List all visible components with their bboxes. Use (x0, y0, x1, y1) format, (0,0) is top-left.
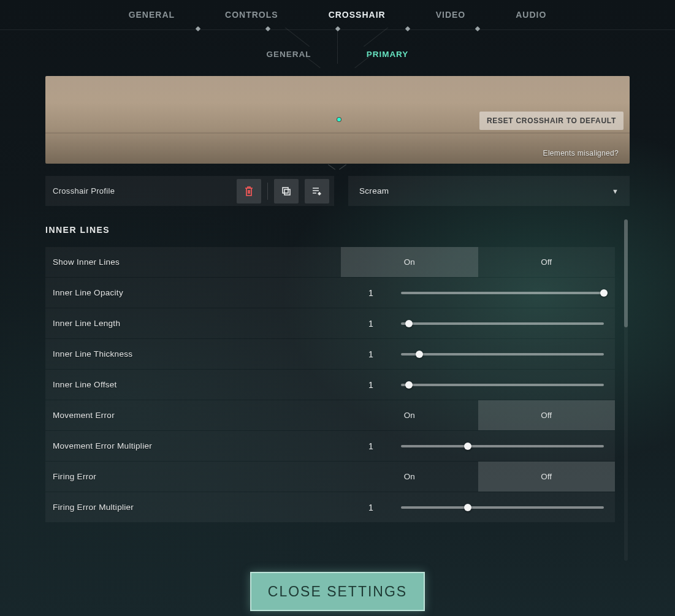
tab-video[interactable]: VIDEO (436, 10, 466, 20)
chevron-down-icon: ▼ (612, 188, 619, 195)
reset-crosshair-button[interactable]: RESET CROSSHAIR TO DEFAULT (479, 112, 624, 130)
toggle-control: OnOff (341, 462, 615, 492)
slider-thumb[interactable] (600, 289, 608, 297)
slider-track[interactable] (401, 506, 604, 509)
trash-icon (244, 186, 254, 197)
slider-value: 1 (341, 288, 401, 298)
setting-row: Firing Error Multiplier1 (45, 492, 615, 522)
slider-value: 1 (341, 503, 401, 512)
settings-list: INNER LINES Show Inner LinesOnOffInner L… (45, 218, 630, 561)
slider-value: 1 (341, 380, 401, 390)
slider-track[interactable] (401, 322, 604, 325)
setting-row: Show Inner LinesOnOff (45, 247, 615, 277)
profile-label: Crosshair Profile (53, 186, 115, 196)
setting-label: Movement Error Multiplier (45, 441, 341, 451)
toggle-off[interactable]: Off (478, 247, 616, 277)
setting-label: Show Inner Lines (45, 257, 341, 267)
setting-row: Movement ErrorOnOff (45, 400, 615, 430)
scrollbar-thumb[interactable] (624, 219, 628, 327)
toggle-off[interactable]: Off (478, 462, 616, 492)
scrollbar[interactable] (624, 219, 628, 561)
toggle-on[interactable]: On (341, 400, 478, 430)
tab-general[interactable]: GENERAL (129, 10, 175, 20)
slider-value: 1 (341, 319, 401, 329)
sub-nav: GENERAL PRIMARY (0, 44, 675, 64)
toggle-control: OnOff (341, 400, 615, 430)
setting-row: Inner Line Thickness1 (45, 339, 615, 369)
toggle-on[interactable]: On (341, 247, 478, 277)
profile-panel: Crosshair Profile (45, 176, 334, 206)
setting-label: Inner Line Opacity (45, 288, 341, 297)
setting-label: Firing Error Multiplier (45, 503, 341, 512)
tab-crosshair[interactable]: CROSSHAIR (329, 10, 386, 20)
profile-dropdown[interactable]: Scream ▼ (348, 176, 630, 206)
delete-profile-button[interactable] (237, 179, 261, 203)
setting-row: Inner Line Offset1 (45, 370, 615, 400)
section-title: INNER LINES (45, 225, 630, 235)
duplicate-icon (281, 186, 292, 197)
slider-control: 1 (341, 370, 615, 400)
slider-thumb[interactable] (405, 381, 413, 389)
close-settings-button[interactable]: CLOSE SETTINGS (250, 572, 425, 611)
setting-row: Inner Line Opacity1 (45, 278, 615, 308)
slider-value: 1 (341, 441, 401, 451)
slider-track[interactable] (401, 353, 604, 356)
profile-selected: Scream (359, 186, 389, 196)
setting-label: Movement Error (45, 411, 341, 420)
misaligned-link[interactable]: Elements misaligned? (543, 149, 619, 158)
subtab-general[interactable]: GENERAL (267, 50, 311, 59)
edit-list-icon (311, 186, 322, 196)
slider-control: 1 (341, 308, 615, 338)
toggle-control: OnOff (341, 247, 615, 277)
slider-control: 1 (341, 492, 615, 522)
slider-track[interactable] (401, 292, 604, 294)
setting-row: Firing ErrorOnOff (45, 462, 615, 492)
setting-label: Inner Line Thickness (45, 349, 341, 359)
setting-row: Movement Error Multiplier1 (45, 431, 615, 461)
slider-thumb[interactable] (416, 351, 423, 358)
svg-rect-1 (284, 189, 290, 195)
slider-control: 1 (341, 431, 615, 461)
preview-notch (331, 164, 343, 171)
edit-profile-button[interactable] (305, 179, 329, 203)
toggle-on[interactable]: On (341, 462, 478, 492)
slider-track[interactable] (401, 384, 604, 386)
setting-label: Inner Line Offset (45, 380, 341, 389)
top-nav: GENERAL CONTROLS CROSSHAIR VIDEO AUDIO (0, 0, 675, 29)
setting-label: Inner Line Length (45, 319, 341, 328)
tab-audio[interactable]: AUDIO (516, 10, 546, 20)
crosshair-preview: RESET CROSSHAIR TO DEFAULT Elements misa… (45, 76, 630, 164)
tab-controls[interactable]: CONTROLS (225, 10, 278, 20)
duplicate-profile-button[interactable] (274, 179, 299, 203)
slider-control: 1 (341, 278, 615, 308)
svg-rect-0 (283, 188, 288, 193)
slider-thumb[interactable] (464, 443, 471, 450)
slider-thumb[interactable] (405, 320, 413, 327)
crosshair-dot (337, 118, 341, 121)
slider-track[interactable] (401, 445, 604, 447)
setting-label: Firing Error (45, 472, 341, 481)
slider-value: 1 (341, 349, 401, 359)
slider-control: 1 (341, 339, 615, 369)
icon-divider (267, 183, 268, 200)
toggle-off[interactable]: Off (478, 400, 616, 430)
slider-thumb[interactable] (464, 504, 471, 511)
subtab-primary[interactable]: PRIMARY (367, 50, 409, 59)
setting-row: Inner Line Length1 (45, 308, 615, 338)
profile-icon-row (237, 179, 329, 203)
